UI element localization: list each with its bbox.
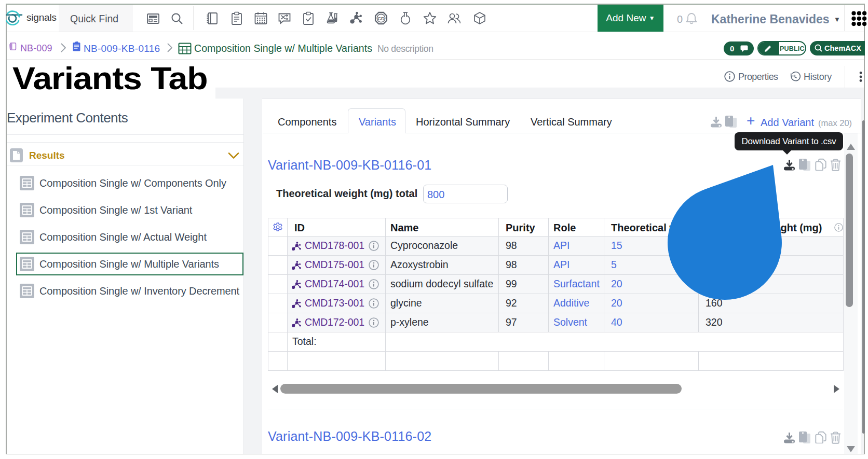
svg-text:CD: CD bbox=[377, 16, 385, 21]
